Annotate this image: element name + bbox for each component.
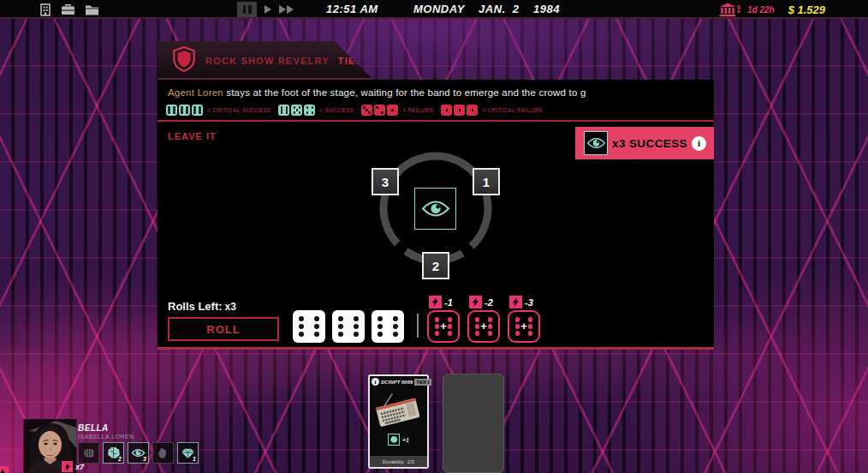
penalty-cost: -2 bbox=[467, 296, 500, 308]
penalty-modifier: -1 bbox=[444, 297, 453, 308]
item-card-bonus-value: +1 bbox=[402, 437, 409, 443]
folder-icon[interactable] bbox=[85, 4, 99, 15]
die-face-6: + bbox=[508, 310, 540, 343]
leave-it-button[interactable]: LEAVE IT bbox=[168, 131, 217, 141]
hand-icon bbox=[156, 446, 170, 460]
item-card-durability: Durability 2/2 bbox=[370, 456, 427, 467]
info-icon[interactable]: i bbox=[692, 136, 706, 151]
briefcase-icon[interactable] bbox=[61, 3, 75, 15]
penalty-die-unit[interactable]: -1+ bbox=[427, 296, 460, 343]
fast-forward-button[interactable] bbox=[279, 2, 294, 17]
lightning-icon bbox=[469, 296, 482, 308]
rolls-left-text: Rolls Left: bbox=[168, 300, 223, 313]
die-face-1 bbox=[387, 105, 398, 116]
money-amount: $ 1.529 bbox=[788, 3, 825, 16]
legend-label: = CRITICAL SUCCESS bbox=[207, 107, 271, 113]
legend-label: = CRITICAL FAILURE bbox=[482, 107, 543, 113]
die-face-6[interactable] bbox=[293, 310, 325, 343]
roll-button[interactable]: ROLL bbox=[168, 317, 279, 341]
bank-widget[interactable]: $▾ bbox=[719, 3, 740, 17]
rolls-left-value: x3 bbox=[225, 301, 236, 313]
penalty-modifier: -2 bbox=[485, 297, 493, 308]
skill-row: 2 3 1 bbox=[78, 442, 199, 464]
event-title-text: ROCK SHOW REVELRY bbox=[205, 56, 329, 66]
dial-slot-3[interactable]: 3 bbox=[372, 168, 399, 195]
facedown-card[interactable] bbox=[443, 374, 504, 473]
dice-legend: = CRITICAL SUCCESS= SUCCESS= FAILURE= CR… bbox=[158, 102, 714, 122]
narration-body: stays at the foot of the stage, waiting … bbox=[223, 87, 586, 98]
dial-slot-1[interactable]: 1 bbox=[473, 168, 500, 195]
menu-icon[interactable] bbox=[17, 5, 30, 15]
fist-icon bbox=[81, 446, 96, 460]
skill-gem[interactable]: 1 bbox=[177, 442, 199, 464]
result-banner-label: x3 SUCCESS bbox=[608, 137, 692, 150]
die-face-6[interactable] bbox=[372, 310, 404, 343]
energy-value: x7 bbox=[75, 463, 84, 471]
item-card[interactable]: i DCRIPT 8086 TIER 1 bbox=[368, 374, 429, 469]
die-face-2 bbox=[374, 105, 385, 116]
bank-timer: 1d 22h bbox=[747, 5, 775, 15]
die-face-1 bbox=[454, 105, 465, 116]
skill-value: 3 bbox=[143, 456, 146, 462]
legend-group: = FAILURE bbox=[361, 105, 433, 116]
dial-center-eye-icon[interactable] bbox=[414, 188, 456, 230]
durability-value: 2/2 bbox=[407, 459, 414, 464]
die-face-6: + bbox=[467, 310, 500, 343]
skill-brain[interactable]: 2 bbox=[103, 442, 124, 464]
info-icon: i bbox=[372, 378, 379, 386]
die-face-6[interactable] bbox=[332, 310, 365, 343]
character-full-name: ISABELLA LOREN bbox=[78, 434, 134, 440]
legend-group: = SUCCESS bbox=[278, 105, 354, 116]
skill-eye[interactable]: 3 bbox=[128, 442, 149, 464]
brain-icon bbox=[388, 434, 400, 446]
penalty-modifier: -3 bbox=[525, 297, 533, 308]
legend-group: = CRITICAL SUCCESS bbox=[166, 105, 271, 116]
die-face-6 bbox=[192, 105, 203, 116]
pause-button[interactable] bbox=[237, 2, 257, 17]
play-button[interactable] bbox=[265, 2, 271, 17]
die-face-1 bbox=[467, 105, 478, 116]
item-card-bonus: +1 bbox=[370, 434, 427, 446]
result-banner: x3 SUCCESS i bbox=[575, 127, 714, 159]
die-face-6 bbox=[166, 105, 177, 116]
penalty-die-unit[interactable]: -2+ bbox=[467, 296, 500, 343]
dial-slot-2[interactable]: 2 bbox=[422, 252, 449, 279]
legend-label: = SUCCESS bbox=[319, 107, 354, 113]
item-card-tier-badge: TIER 1 bbox=[414, 379, 431, 386]
lightning-icon bbox=[62, 461, 73, 472]
character-panel: BELLA ISABELLA LOREN 2 3 1 bbox=[0, 411, 274, 473]
corner-lightning-icon bbox=[0, 466, 9, 473]
penalty-dice: -1+-2+-3+ bbox=[427, 296, 540, 343]
skill-hand[interactable] bbox=[152, 442, 174, 464]
building-icon[interactable] bbox=[39, 3, 51, 16]
die-face-4 bbox=[304, 105, 315, 116]
die-face-3 bbox=[361, 105, 372, 116]
narration-text: Agent Loren stays at the foot of the sta… bbox=[158, 80, 714, 102]
dice-separator bbox=[417, 314, 419, 338]
item-card-title: DCRIPT 8086 bbox=[381, 380, 413, 385]
legend-label: = FAILURE bbox=[402, 107, 433, 113]
top-bar-menu-group bbox=[17, 0, 99, 19]
eye-icon bbox=[584, 131, 608, 155]
game-screen: 12:51 AM MONDAY JAN. 2 1984 $▾ 1d 22h $ … bbox=[0, 0, 868, 473]
playback-controls bbox=[237, 2, 294, 17]
die-face-6: + bbox=[427, 310, 460, 343]
bank-dollar-arrow-icon: $▾ bbox=[737, 5, 740, 15]
calendar-date: MONDAY JAN. 2 1984 bbox=[413, 3, 560, 15]
die-face-1 bbox=[441, 105, 452, 116]
skill-value: 1 bbox=[193, 456, 196, 462]
outcome-dial: 3 1 2 bbox=[375, 147, 496, 269]
penalty-cost: -3 bbox=[508, 296, 540, 308]
lightning-icon bbox=[429, 296, 442, 308]
top-bar: 12:51 AM MONDAY JAN. 2 1984 $▾ 1d 22h $ … bbox=[0, 0, 868, 19]
item-card-art bbox=[370, 390, 427, 431]
penalty-die-unit[interactable]: -3+ bbox=[508, 296, 540, 343]
character-name: BELLA bbox=[78, 423, 109, 433]
event-title: ROCK SHOW REVELRY TIER 1 bbox=[205, 56, 373, 66]
top-bar-status-group: $▾ 1d 22h $ 1.529 bbox=[719, 0, 825, 19]
clock-time: 12:51 AM bbox=[326, 3, 378, 15]
energy-counter: x7 bbox=[62, 461, 84, 472]
computer-icon bbox=[372, 390, 425, 431]
legend-group: = CRITICAL FAILURE bbox=[441, 105, 543, 116]
event-panel: Agent Loren stays at the foot of the sta… bbox=[158, 80, 714, 350]
